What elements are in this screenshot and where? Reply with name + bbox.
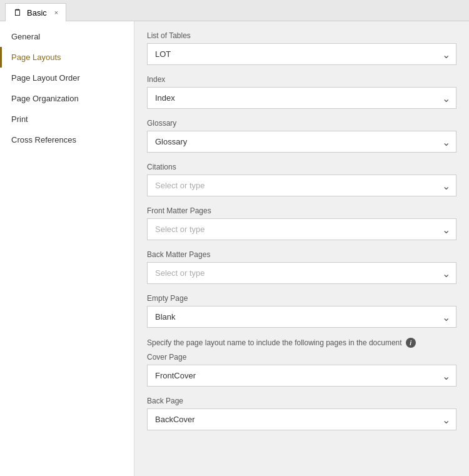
basic-tab[interactable]: 🗒 Basic × — [5, 3, 66, 21]
label-citations: Citations — [147, 163, 456, 171]
select-index[interactable]: Index — [147, 87, 456, 109]
select-cover-page[interactable]: FrontCover — [147, 365, 456, 387]
label-back-matter-pages: Back Matter Pages — [147, 250, 456, 259]
tab-label: Basic — [27, 8, 47, 18]
info-text-label: Specify the page layout name to include … — [147, 338, 402, 347]
select-citations[interactable]: Select or type — [147, 175, 456, 196]
sidebar-item-page-organization[interactable]: Page Organization — [0, 88, 134, 109]
field-glossary: Glossary Glossary ⌄ — [147, 119, 456, 153]
label-cover-page: Cover Page — [147, 353, 456, 362]
select-glossary[interactable]: Glossary — [147, 131, 456, 153]
field-front-matter-pages: Front Matter Pages Select or type ⌄ — [147, 206, 456, 240]
select-back-page[interactable]: BackCover — [147, 408, 456, 430]
sidebar-item-page-layouts[interactable]: Page Layouts — [0, 47, 134, 68]
info-icon[interactable]: i — [406, 338, 416, 348]
select-wrapper-index: Index ⌄ — [147, 87, 456, 109]
main-layout: General Page Layouts Page Layout Order P… — [0, 21, 469, 476]
tab-close-button[interactable]: × — [54, 9, 58, 16]
field-cover-page: Cover Page FrontCover ⌄ — [147, 353, 456, 387]
label-empty-page: Empty Page — [147, 294, 456, 303]
select-back-matter-pages[interactable]: Select or type — [147, 262, 456, 284]
sidebar-item-print[interactable]: Print — [0, 109, 134, 129]
select-wrapper-front-matter: Select or type ⌄ — [147, 218, 456, 240]
select-wrapper-cover-page: FrontCover ⌄ — [147, 365, 456, 387]
field-list-of-tables: List of Tables LOT ⌄ — [147, 31, 456, 65]
field-empty-page: Empty Page Blank ⌄ — [147, 294, 456, 328]
content-panel: List of Tables LOT ⌄ Index Index ⌄ Gloss… — [134, 21, 469, 476]
label-list-of-tables: List of Tables — [147, 31, 456, 40]
sidebar-item-general[interactable]: General — [0, 26, 134, 47]
sidebar: General Page Layouts Page Layout Order P… — [0, 21, 134, 476]
field-back-page: Back Page BackCover ⌄ — [147, 397, 456, 430]
sidebar-item-cross-references[interactable]: Cross References — [0, 129, 134, 150]
label-index: Index — [147, 75, 456, 84]
tab-bar: 🗒 Basic × — [0, 0, 469, 21]
label-glossary: Glossary — [147, 119, 456, 128]
tab-document-icon: 🗒 — [13, 8, 22, 18]
info-text: Specify the page layout name to include … — [147, 338, 456, 348]
select-wrapper-glossary: Glossary ⌄ — [147, 131, 456, 153]
label-front-matter-pages: Front Matter Pages — [147, 206, 456, 215]
select-list-of-tables[interactable]: LOT — [147, 43, 456, 65]
select-wrapper-list-of-tables: LOT ⌄ — [147, 43, 456, 65]
field-index: Index Index ⌄ — [147, 75, 456, 109]
select-front-matter-pages[interactable]: Select or type — [147, 218, 456, 240]
field-citations: Citations Select or type ⌄ — [147, 163, 456, 196]
label-back-page: Back Page — [147, 397, 456, 405]
field-back-matter-pages: Back Matter Pages Select or type ⌄ — [147, 250, 456, 284]
select-empty-page[interactable]: Blank — [147, 306, 456, 328]
select-wrapper-empty-page: Blank ⌄ — [147, 306, 456, 328]
select-wrapper-back-page: BackCover ⌄ — [147, 408, 456, 430]
select-wrapper-citations: Select or type ⌄ — [147, 175, 456, 196]
sidebar-item-page-layout-order[interactable]: Page Layout Order — [0, 68, 134, 88]
select-wrapper-back-matter: Select or type ⌄ — [147, 262, 456, 284]
